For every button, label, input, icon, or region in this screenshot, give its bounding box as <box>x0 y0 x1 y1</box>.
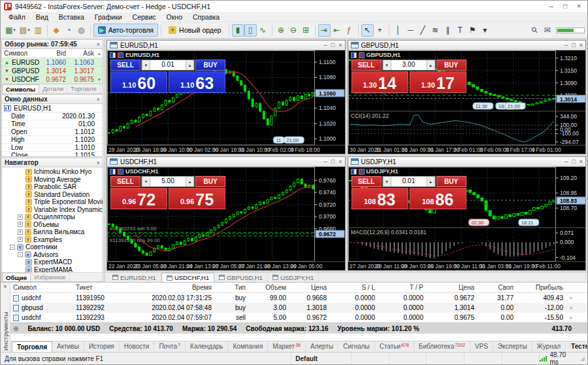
scroll-up-icon[interactable]: ▲ <box>96 51 103 56</box>
navigator-item[interactable]: +fОбъемы <box>2 221 103 229</box>
depth-of-market-icon[interactable] <box>118 169 123 175</box>
chart-maximize-button[interactable]: □ <box>572 158 575 165</box>
profiles-icon[interactable]: ▤▾ <box>18 24 32 37</box>
chart-close-button[interactable]: × <box>338 42 342 48</box>
sell-button[interactable]: SELL <box>351 176 382 187</box>
data-window-icon[interactable]: ◔ <box>63 24 75 37</box>
market-watch-row[interactable]: ▼GBPUSD1.30141.3017 <box>2 67 103 75</box>
chart-maximize-button[interactable]: □ <box>572 42 575 48</box>
close-position-button[interactable]: × <box>566 295 576 302</box>
history-center-icon[interactable]: ▥ <box>32 24 44 37</box>
trendline-icon[interactable]: ╱ <box>417 24 429 37</box>
menu-item[interactable]: Вид <box>31 13 54 21</box>
sell-price-button[interactable]: 0.9672 <box>110 188 167 209</box>
collapse-icon[interactable]: - <box>18 252 23 257</box>
line-chart-icon[interactable]: ∿ <box>257 24 269 37</box>
terminal-tab-торговля[interactable]: Торговля <box>12 341 52 352</box>
volume-stepper[interactable]: ▼3.00▲ <box>382 60 436 71</box>
zoom-in-icon[interactable]: ⊕ <box>275 24 287 37</box>
chart-window-titlebar[interactable]: EURUSD,H1–□× <box>107 41 345 50</box>
market-watch-tab-active[interactable]: Символы <box>2 84 39 93</box>
status-profile[interactable]: Default <box>291 353 351 364</box>
chat-icon[interactable]: ✉ <box>541 24 553 37</box>
position-row[interactable]: usdchf113919502020.02.03 17:31:25buy99.0… <box>10 293 587 303</box>
buy-button[interactable]: BUY <box>436 60 466 71</box>
buy-button[interactable]: BUY <box>195 176 225 187</box>
scroll-down-icon[interactable]: ▼ <box>96 77 103 82</box>
collapse-icon[interactable]: - <box>10 245 15 250</box>
terminal-tab-библиотека[interactable]: Библиотека7202 <box>414 341 470 352</box>
menu-item[interactable]: Справка <box>188 13 225 21</box>
navigator-item[interactable]: fStandard Deviation <box>2 191 103 199</box>
shapes-icon[interactable]: ⚑ <box>466 24 479 37</box>
column-ask[interactable]: Ask <box>68 50 96 57</box>
zoom-out-icon[interactable]: ⊖ <box>287 24 300 37</box>
buy-price-button[interactable]: 0.9675 <box>169 188 225 209</box>
terminal-tab-алерты[interactable]: Алерты <box>306 341 338 352</box>
navigator-item[interactable]: fVariable Index Dynamic A <box>2 206 103 214</box>
horizontal-line-icon[interactable]: ─ <box>404 24 417 37</box>
chart-close-button[interactable]: × <box>580 158 583 165</box>
autotrade-button[interactable]: ▶Авто-торговля <box>93 24 158 37</box>
chart-minimize-button[interactable]: – <box>324 158 327 165</box>
chart-maximize-button[interactable]: □ <box>331 42 335 48</box>
volume-value[interactable]: 5.00 <box>150 177 186 186</box>
volume-increase-icon[interactable]: ▲ <box>427 60 435 70</box>
market-watch-row[interactable]: ▼USDCHF0.96720.9675▼ <box>2 75 103 84</box>
expand-balance-icon[interactable]: ⊕ <box>13 325 18 332</box>
depth-of-market-icon[interactable] <box>359 52 365 58</box>
chart-minimize-button[interactable]: – <box>564 42 568 48</box>
navigator-tab-item[interactable]: Избранное <box>31 273 69 281</box>
volume-stepper[interactable]: ▼5.00▲ <box>141 176 195 187</box>
navigator-item[interactable]: eExpertMACD <box>2 258 103 266</box>
volume-decrease-icon[interactable]: ▼ <box>142 177 150 186</box>
volume-stepper[interactable]: ▼0.01▲ <box>141 60 195 71</box>
expand-icon[interactable]: + <box>18 222 23 227</box>
navigator-item[interactable]: +fБилла Вильямса <box>2 228 103 236</box>
chart-shift-icon[interactable]: ⇤ <box>331 24 343 37</box>
channel-icon[interactable]: ∥ <box>442 24 454 37</box>
terminal-column-header[interactable]: Цена <box>289 284 329 291</box>
terminal-tab-журнал[interactable]: Журнал <box>532 341 566 352</box>
market-watch-icon[interactable]: ◆ <box>50 24 63 37</box>
tile-windows-icon[interactable]: ⊞ <box>300 24 312 37</box>
terminal-tab-сигналы[interactable]: Сигналы <box>338 341 375 352</box>
buy-price-button[interactable]: 10886 <box>410 188 466 209</box>
terminal-column-header[interactable]: Время <box>125 284 214 291</box>
navigator-item[interactable]: eExpertMAMA <box>2 266 103 273</box>
terminal-column-header[interactable]: Символ <box>10 284 73 291</box>
menu-item[interactable]: Сервис <box>127 13 161 21</box>
indicators-icon[interactable]: ƒ <box>343 24 355 37</box>
terminal-column-header[interactable]: Прибыль <box>516 284 566 291</box>
chart-window-titlebar[interactable]: USDJPY,H1–□× <box>348 157 586 167</box>
terminal-column-header[interactable]: Объем <box>248 284 289 291</box>
terminal-tab-компания[interactable]: Компания <box>229 341 269 352</box>
auto-scroll-icon[interactable]: ⇥ <box>318 24 331 37</box>
one-click-toggle-icon[interactable] <box>351 52 357 58</box>
navigator-tab-active[interactable]: Общие <box>2 273 31 281</box>
volume-value[interactable]: 0.01 <box>391 177 427 186</box>
bar-chart-icon[interactable]: ▮ <box>232 24 244 37</box>
signals-icon[interactable]: ◍ <box>75 24 88 37</box>
terminal-column-header[interactable]: T / P <box>378 284 426 291</box>
volume-increase-icon[interactable]: ▲ <box>186 177 194 186</box>
navigator-close-icon[interactable]: × <box>97 160 100 166</box>
navigator-item[interactable]: fTriple Exponential Movin <box>2 198 103 206</box>
minimize-button[interactable]: – <box>546 1 557 11</box>
menu-item[interactable]: Файл <box>3 13 31 21</box>
terminal-column-header[interactable]: S / L <box>329 284 378 291</box>
terminal-column-header[interactable]: Цена <box>426 284 477 291</box>
sell-price-button[interactable]: 10883 <box>351 188 408 209</box>
terminal-tab-эксперты[interactable]: Эксперты <box>493 341 532 352</box>
chart-tab-item[interactable]: EURUSD,H1 <box>108 273 161 282</box>
close-position-button[interactable]: × <box>566 305 576 311</box>
chart-close-button[interactable]: × <box>338 158 342 165</box>
terminal-tab-статьи[interactable]: Статьи678 <box>375 341 414 352</box>
sell-button[interactable]: SELL <box>110 176 140 187</box>
navigator-item[interactable]: fMoving Average <box>2 176 103 184</box>
volume-value[interactable]: 3.00 <box>391 60 427 70</box>
buy-price-button[interactable]: 1.1063 <box>169 71 225 93</box>
expand-icon[interactable]: + <box>18 230 23 235</box>
text-icon[interactable]: T <box>454 24 466 37</box>
sell-button[interactable]: SELL <box>110 60 140 71</box>
